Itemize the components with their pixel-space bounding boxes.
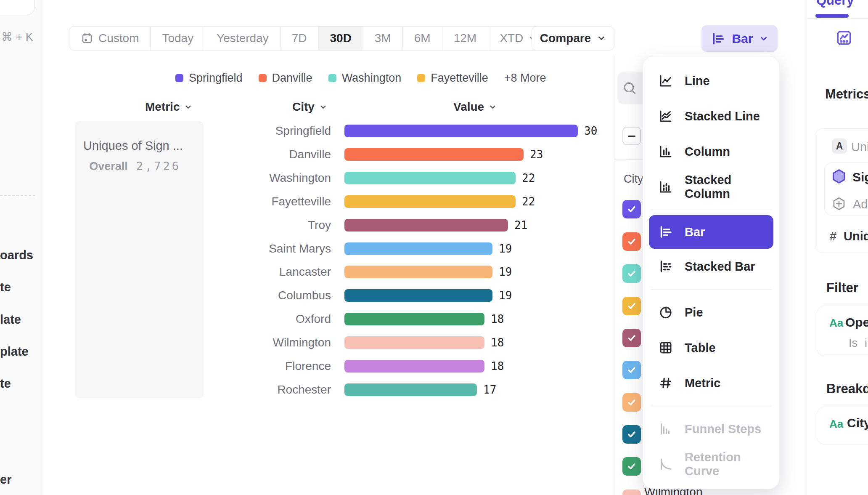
date-range-label: Today [162,32,193,45]
stacked-line-chart-icon [658,109,673,124]
legend-label: Washington [342,72,402,85]
city-checkbox-lancaster[interactable] [622,393,641,412]
bar[interactable] [344,266,492,278]
bar[interactable] [344,125,578,137]
table-grid-icon [658,340,673,355]
bar-category-label: Oxford [189,312,331,326]
overall-label: Overall [89,160,128,173]
legend-label: Danville [272,72,312,85]
menu-item-retention-curve[interactable]: Retention Curve [643,447,779,482]
date-range-yesterday[interactable]: Yesterday [205,27,280,50]
city-checkbox-washington[interactable] [622,264,641,283]
select-all-checkbox[interactable] [622,127,641,145]
header-value[interactable]: Value [453,100,497,114]
tab-query[interactable]: Query [816,0,854,8]
bar-row: Fayetteville22 [189,195,535,208]
legend-swatch [175,74,183,82]
date-range-label: 3M [375,32,391,45]
city-checkbox-wilmington[interactable] [622,490,641,495]
query-panel-border [807,0,807,495]
bar-category-label: Springfield [189,124,331,138]
check-icon [626,332,638,344]
sidebar-item-2[interactable]: late [0,313,21,327]
sidebar-item-boards[interactable]: oards [0,248,33,262]
metrics-heading: Metrics [825,87,868,102]
bar[interactable] [344,219,508,232]
menu-item-bar[interactable]: Bar [649,215,773,249]
bar[interactable] [344,172,516,184]
chevron-down-icon [184,103,192,111]
menu-item-stacked-bar[interactable]: Stacked Bar [643,249,779,284]
insights-chart-icon[interactable] [836,29,852,48]
filter-operator-text[interactable]: Is [849,337,857,350]
legend-item-fayetteville[interactable]: Fayetteville [417,72,488,85]
bar[interactable] [344,289,492,302]
analytics-dashboard: { "colors": { "accent": "#5444d8", "acce… [0,0,868,495]
bar-category-label: Washington [189,171,331,185]
bar[interactable] [344,242,492,255]
city-checkbox-danville[interactable] [622,232,641,251]
sidebar-item-4[interactable]: te [0,377,11,391]
bar[interactable] [344,336,484,349]
retention-curve-icon [658,457,673,472]
date-range-3m[interactable]: 3M [363,27,402,50]
filter-card[interactable] [817,306,868,356]
check-icon [626,300,638,312]
header-metric[interactable]: Metric [145,100,192,114]
sidebar-item-5[interactable]: er [0,473,11,487]
legend-more[interactable]: +8 More [504,72,546,85]
date-range-today[interactable]: Today [150,27,205,50]
command-k-shortcut: ⌘ + K [1,30,33,44]
bar[interactable] [344,360,484,373]
legend-item-springfield[interactable]: Springfield [175,72,243,85]
menu-item-line[interactable]: Line [643,63,779,98]
bar[interactable] [344,383,477,396]
date-range-7d[interactable]: 7D [280,27,318,50]
city-checkbox-oxford[interactable] [622,457,641,476]
bar[interactable] [344,195,516,208]
menu-item-column[interactable]: Column [643,134,779,169]
string-property-aa-icon: Aa [829,317,843,330]
date-range-30d[interactable]: 30D [318,27,363,50]
menu-item-table[interactable]: Table [643,330,779,365]
date-range-6m[interactable]: 6M [402,27,442,50]
bar[interactable] [344,313,484,325]
menu-item-funnel-steps[interactable]: Funnel Steps [643,411,779,447]
bar-row: Saint Marys19 [189,242,512,255]
bar-value: 22 [522,195,535,208]
date-range-custom[interactable]: Custom [69,27,150,50]
menu-item-metric[interactable]: Metric [643,365,779,401]
menu-item-stacked-line[interactable]: Stacked Line [643,98,779,134]
date-range-label: XTD [500,32,523,45]
city-checkbox-troy[interactable] [622,329,641,347]
city-checkbox-saint-marys[interactable] [622,361,641,379]
city-checkbox-springfield[interactable] [622,200,641,218]
bar[interactable] [344,148,524,161]
city-checkbox-columbus[interactable] [622,425,641,444]
filter-value-text[interactable]: i [865,337,867,350]
check-icon [626,364,638,376]
bar-category-label: Troy [189,218,331,232]
chart-type-button[interactable]: Bar [701,25,778,52]
legend-item-danville[interactable]: Danville [259,72,312,85]
bar-row: Washington22 [189,172,535,184]
date-range-label: 7D [292,32,307,45]
city-checkbox-fayetteville[interactable] [622,297,641,315]
check-icon [626,397,638,408]
date-range-12m[interactable]: 12M [442,27,488,50]
count-text[interactable]: Uniqu [844,229,868,243]
check-icon [626,460,638,472]
menu-item-stacked-column[interactable]: Stacked Column [643,169,779,205]
menu-item-pie[interactable]: Pie [643,295,779,330]
metric-card[interactable]: Uniques of Sign ... Overall 2,726 [75,121,204,398]
add-event-hexagon-icon[interactable] [831,196,847,213]
legend-swatch [417,74,425,82]
legend-item-washington[interactable]: Washington [328,72,402,85]
sidebar-item-3[interactable]: plate [0,345,29,359]
header-city[interactable]: City [292,100,327,114]
bar-category-label: Florence [189,359,331,373]
bar-row: Florence18 [189,360,504,373]
string-property-aa-icon: Aa [829,418,843,431]
sidebar-item-1[interactable]: te [0,280,11,294]
compare-button[interactable]: Compare [532,26,614,51]
